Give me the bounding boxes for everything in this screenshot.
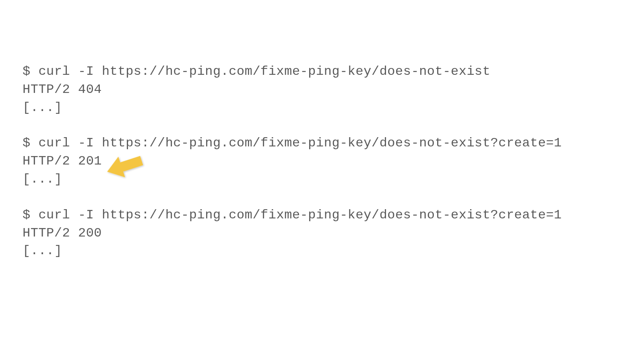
- response-line: HTTP/2 404: [23, 81, 644, 99]
- highlight-arrow-icon: [102, 152, 147, 180]
- command-line: $ curl -I https://hc-ping.com/fixme-ping…: [23, 206, 644, 224]
- ellipsis-line: [...]: [23, 99, 644, 117]
- svg-marker-0: [104, 152, 145, 180]
- ellipsis-line: [...]: [23, 242, 644, 260]
- response-line: HTTP/2 200: [23, 224, 644, 243]
- command-line: $ curl -I https://hc-ping.com/fixme-ping…: [23, 63, 644, 81]
- terminal-block-1: $ curl -I https://hc-ping.com/fixme-ping…: [23, 63, 644, 117]
- command-line: $ curl -I https://hc-ping.com/fixme-ping…: [23, 134, 644, 152]
- terminal-block-3: $ curl -I https://hc-ping.com/fixme-ping…: [23, 206, 644, 260]
